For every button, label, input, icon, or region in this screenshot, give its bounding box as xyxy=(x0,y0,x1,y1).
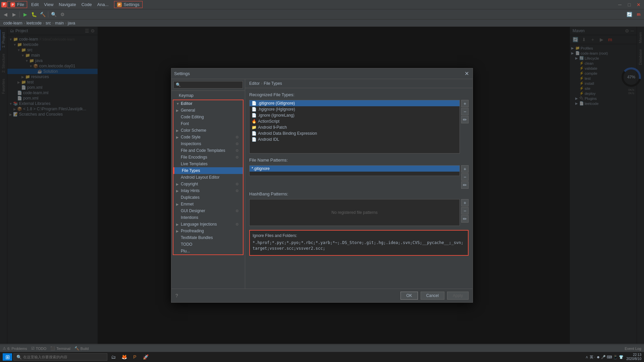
hashbang-buttons: + − ✏ xyxy=(461,199,469,226)
nav-font[interactable]: Font xyxy=(173,120,243,127)
ft-label-a9p: Android 9-Patch xyxy=(258,125,287,130)
minimize-btn[interactable]: ─ xyxy=(616,1,624,8)
build-status[interactable]: 🔨 Build xyxy=(74,346,89,351)
ft-android-binding[interactable]: 📄 Android Data Binding Expression xyxy=(250,130,460,136)
event-log[interactable]: Event Log xyxy=(625,347,641,351)
ft-label-ignore: .ignore (IgnoreLang) xyxy=(258,113,294,118)
build-btn[interactable]: 🔨 xyxy=(39,11,47,18)
nav-live-templates[interactable]: Live Templates xyxy=(173,161,243,167)
ok-btn[interactable]: OK xyxy=(400,292,418,300)
file-menu-tab[interactable]: P File xyxy=(7,1,27,8)
back-btn[interactable]: ◀ xyxy=(1,11,9,18)
help-btn[interactable]: ? xyxy=(175,293,178,298)
nav-color-scheme[interactable]: ▶ Color Scheme xyxy=(173,127,243,134)
main-toolbar: ◀ ▶ ▶ 🐛 🔨 🔍 ⚙ 🔄 m xyxy=(0,9,644,19)
ft-gitignore[interactable]: 📄 .gitignore (GitIgnore) xyxy=(250,100,460,106)
run-btn[interactable]: ▶ xyxy=(21,11,29,18)
nav-inlay-hints[interactable]: ▶ Inlay Hints ⚙ xyxy=(173,187,243,194)
nav-duplicates[interactable]: Duplicates xyxy=(173,194,243,201)
settings-tab[interactable]: P Settings xyxy=(114,1,143,8)
ft-android-idl[interactable]: 📄 Android IDL xyxy=(250,136,460,142)
nav-copyright[interactable]: ▶ Copyright ⚙ xyxy=(173,181,243,187)
nav-keymap[interactable]: Keymap xyxy=(171,92,245,99)
nav-file-encodings-label: File Encodings xyxy=(181,155,207,160)
remove-pattern-btn[interactable]: − xyxy=(461,173,469,181)
nav-lang-injections[interactable]: ▶ Language Injections ⚙ xyxy=(173,221,243,228)
patterns-buttons: + − ✏ xyxy=(461,165,469,189)
nav-emmet[interactable]: ▶ Emmet xyxy=(173,201,243,207)
breadcrumb-leetcode[interactable]: leetcode xyxy=(26,21,42,25)
edit-pattern-btn[interactable]: ✏ xyxy=(461,181,469,189)
search-everywhere-btn[interactable]: 🔍 xyxy=(50,11,58,18)
taskbar-search-box[interactable]: 🔍 xyxy=(13,353,107,361)
apply-btn[interactable]: Apply xyxy=(447,292,469,300)
ignore-input[interactable]: *.hprof;*.pyc;*.pyo;*.rbc;*.yarb;*~;.DS_… xyxy=(253,240,465,251)
ft-ignore[interactable]: 📄 .ignore (IgnoreLang) xyxy=(250,112,460,118)
nav-file-types[interactable]: File Types xyxy=(173,167,243,174)
close-btn[interactable]: ✕ xyxy=(635,1,643,8)
nav-general[interactable]: ▶ General xyxy=(173,107,243,114)
add-file-type-btn[interactable]: + xyxy=(461,100,469,107)
nav-inspections[interactable]: Inspections ⚙ xyxy=(173,140,243,147)
ft-hgignore[interactable]: 📄 .hgignore (HgIgnore) xyxy=(250,106,460,112)
settings-btn[interactable]: ⚙ xyxy=(58,11,66,18)
nav-file-code-templates[interactable]: File and Code Templates ⚙ xyxy=(173,147,243,154)
remove-file-type-btn[interactable]: − xyxy=(461,108,469,115)
nav-proofreading[interactable]: ▶ Proofreading xyxy=(173,228,243,234)
breadcrumb-java[interactable]: java xyxy=(68,21,75,25)
nav-textmate[interactable]: TextMate Bundles xyxy=(173,234,243,241)
nav-code-style[interactable]: ▶ Code Style ⚙ xyxy=(173,134,243,140)
taskbar-search-input[interactable] xyxy=(23,355,104,359)
analyze-menu[interactable]: Ana... xyxy=(95,1,111,8)
view-menu[interactable]: View xyxy=(41,1,56,8)
breadcrumb-src[interactable]: src xyxy=(46,21,51,25)
taskbar-app-idea[interactable]: P xyxy=(130,353,140,361)
taskbar-app-explorer[interactable]: 🗂 xyxy=(109,353,118,361)
remove-hashbang-btn[interactable]: − xyxy=(461,207,469,215)
breadcrumb-code-learn[interactable]: code-learn xyxy=(3,21,22,25)
settings-tab-label[interactable]: Settings xyxy=(124,2,140,7)
maximize-btn[interactable]: □ xyxy=(625,1,633,8)
edit-menu[interactable]: Edit xyxy=(29,1,41,8)
ft-actionscript[interactable]: 🔥 ActionScript xyxy=(250,118,460,124)
dialog-close-btn[interactable]: ✕ xyxy=(463,70,470,77)
cancel-btn[interactable]: Cancel xyxy=(421,292,444,300)
nav-todo[interactable]: TODO xyxy=(173,241,243,248)
problems-status[interactable]: ⚠ 6: Problems xyxy=(3,346,27,351)
hashbang-list[interactable]: No registered file patterns xyxy=(249,199,460,226)
nav-android-layout[interactable]: Android Layout Editor xyxy=(173,174,243,181)
add-hashbang-btn[interactable]: + xyxy=(461,199,469,206)
navigate-menu[interactable]: Navigate xyxy=(56,1,78,8)
nav-code-style-label: Code Style xyxy=(181,135,201,139)
nav-code-editing[interactable]: Code Editing xyxy=(173,114,243,120)
nav-editor[interactable]: ▼ Editor xyxy=(173,100,243,107)
settings-search-input[interactable] xyxy=(173,81,243,88)
taskbar-app-firefox[interactable]: 🦊 xyxy=(119,353,129,361)
edit-file-type-btn[interactable]: ✏ xyxy=(461,116,469,123)
ft-android9patch[interactable]: 📁 Android 9-Patch xyxy=(250,124,460,130)
patterns-list[interactable]: *.gitignore xyxy=(249,165,460,176)
nav-intentions[interactable]: Intentions xyxy=(173,214,243,221)
file-menu-label[interactable]: File xyxy=(17,2,24,7)
nav-gui-designer[interactable]: GUI Designer ⚙ xyxy=(173,207,243,214)
todo-status[interactable]: ☑ TODO xyxy=(31,346,47,351)
nav-file-encodings[interactable]: File Encodings ⚙ xyxy=(173,154,243,161)
add-pattern-btn[interactable]: + xyxy=(461,165,469,173)
debug-btn[interactable]: 🐛 xyxy=(30,11,38,18)
nav-arrow-copyright: ▶ xyxy=(176,182,180,186)
taskbar-app-other[interactable]: 🚀 xyxy=(141,353,150,361)
bc-parent[interactable]: Editor xyxy=(249,81,260,86)
nav-code-editing-label: Code Editing xyxy=(181,115,204,119)
recognized-types-list[interactable]: 📄 .gitignore (GitIgnore) 📄 .hgignore (Hg… xyxy=(249,100,460,154)
edit-hashbang-btn[interactable]: ✏ xyxy=(461,215,469,223)
breadcrumb-main[interactable]: main xyxy=(55,21,64,25)
pattern-gitignore[interactable]: *.gitignore xyxy=(250,166,460,172)
todo-icon: ☑ xyxy=(31,346,35,351)
maven-refresh-btn[interactable]: 🔄 xyxy=(625,11,633,18)
code-menu[interactable]: Code xyxy=(79,1,95,8)
forward-btn[interactable]: ▶ xyxy=(10,11,18,18)
dialog-body: Keymap ▼ Editor ▶ General xyxy=(171,79,473,289)
nav-plugins-more[interactable]: Plu... xyxy=(173,248,243,254)
terminal-status[interactable]: ⬛ Terminal xyxy=(50,346,70,351)
start-btn[interactable]: ⊞ xyxy=(3,353,12,361)
